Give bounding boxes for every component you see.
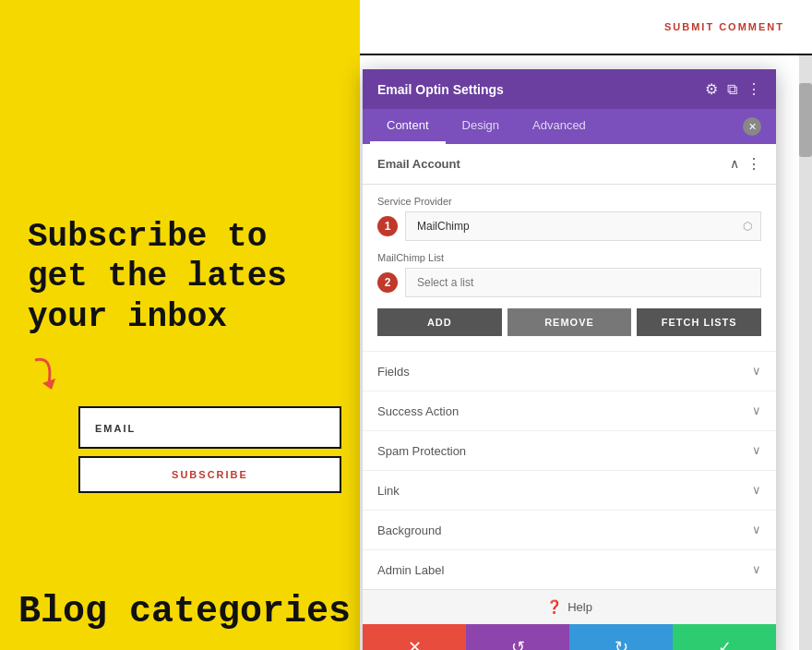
- undo-icon: ↺: [511, 637, 525, 650]
- tab-close-area: ✕: [743, 109, 769, 144]
- background-section[interactable]: Background ∨: [363, 510, 776, 549]
- fetch-lists-button[interactable]: FETCH LISTS: [637, 308, 761, 336]
- undo-button[interactable]: ↺: [466, 624, 569, 650]
- scrollbar-track: [799, 55, 812, 650]
- section-collapse-icon[interactable]: ∧: [730, 156, 739, 172]
- success-action-label: Success Action: [377, 404, 459, 418]
- service-provider-select[interactable]: MailChimp: [405, 211, 761, 241]
- background-label: Background: [377, 524, 441, 537]
- confirm-button[interactable]: ✓: [673, 624, 776, 650]
- admin-label-label: Admin Label: [377, 563, 444, 577]
- badge-1: 1: [377, 216, 398, 236]
- fields-chevron-icon: ∨: [752, 364, 761, 379]
- more-options-icon[interactable]: ⋮: [746, 80, 761, 98]
- link-section[interactable]: Link ∨: [363, 470, 776, 510]
- subscribe-button[interactable]: SUBSCRIBE: [78, 456, 341, 493]
- scrollbar-thumb[interactable]: [799, 83, 812, 157]
- mailchimp-list-field: MailChimp List 2: [377, 252, 761, 297]
- submit-comment-button[interactable]: SUBMIT COMMENT: [664, 21, 784, 32]
- badge-2: 2: [377, 272, 398, 293]
- admin-label-section[interactable]: Admin Label ∨: [363, 549, 776, 589]
- settings-icon[interactable]: ⚙: [705, 80, 718, 98]
- redo-icon: ↻: [615, 637, 628, 650]
- modal-header: Email Optin Settings ⚙ ⧉ ⋮: [363, 69, 776, 109]
- email-optin-settings-modal: Email Optin Settings ⚙ ⧉ ⋮ Content Desig…: [363, 69, 776, 650]
- success-action-chevron-icon: ∨: [752, 403, 761, 418]
- help-text: Help: [567, 600, 592, 614]
- background-chevron-icon: ∨: [752, 523, 761, 537]
- spam-protection-chevron-icon: ∨: [752, 443, 761, 458]
- spam-protection-section[interactable]: Spam Protection ∨: [363, 430, 776, 470]
- blog-categories-section: Blog categories: [0, 572, 360, 650]
- success-action-section[interactable]: Success Action ∨: [363, 391, 776, 430]
- service-provider-label: Service Provider: [377, 196, 761, 207]
- tab-advanced[interactable]: Advanced: [516, 109, 603, 144]
- fields-section[interactable]: Fields ∨: [363, 351, 776, 391]
- modal-body: Email Account ∧ ⋮ Service Provider 1 Mai…: [363, 144, 776, 650]
- modal-title: Email Optin Settings: [377, 82, 504, 97]
- subscription-form: EMAIL SUBSCRIBE: [78, 406, 341, 493]
- remove-button[interactable]: REMOVE: [508, 308, 632, 336]
- redo-button[interactable]: ↻: [569, 624, 673, 650]
- fields-label: Fields: [377, 365, 410, 379]
- modal-close-button[interactable]: ✕: [743, 117, 761, 136]
- email-account-title: Email Account: [377, 157, 460, 171]
- subscribe-text: Subscribe toget the latesyour inbox: [28, 217, 332, 337]
- link-chevron-icon: ∨: [752, 483, 761, 498]
- mailchimp-list-input[interactable]: [405, 268, 761, 297]
- mailchimp-list-select-wrapper: 2: [377, 268, 761, 297]
- account-action-buttons: ADD REMOVE FETCH LISTS: [377, 308, 761, 336]
- tab-content[interactable]: Content: [370, 109, 446, 144]
- email-label: EMAIL: [95, 423, 136, 434]
- expand-icon[interactable]: ⧉: [727, 81, 737, 98]
- tab-design[interactable]: Design: [446, 109, 516, 144]
- section-options-icon[interactable]: ⋮: [746, 155, 761, 173]
- email-input-wrapper: EMAIL: [78, 406, 341, 449]
- service-provider-select-wrapper: 1 MailChimp ⬡: [377, 211, 761, 241]
- help-icon: ❓: [546, 599, 562, 615]
- cancel-icon: ✕: [408, 637, 422, 650]
- cancel-button[interactable]: ✕: [363, 624, 466, 650]
- spam-protection-label: Spam Protection: [377, 444, 466, 458]
- add-button[interactable]: ADD: [377, 308, 502, 336]
- red-arrow-icon: [26, 351, 90, 402]
- modal-form: Service Provider 1 MailChimp ⬡ MailChimp…: [363, 185, 776, 351]
- modal-footer: ❓ Help: [363, 589, 776, 624]
- modal-action-bar: ✕ ↺ ↻ ✓: [363, 624, 776, 650]
- modal-tabs: Content Design Advanced ✕: [363, 109, 776, 144]
- modal-header-icons: ⚙ ⧉ ⋮: [705, 80, 761, 98]
- section-header-icons: ∧ ⋮: [730, 155, 761, 173]
- confirm-icon: ✓: [718, 637, 732, 650]
- link-label: Link: [377, 484, 400, 498]
- blog-categories-text: Blog categories: [18, 591, 351, 632]
- service-provider-field: Service Provider 1 MailChimp ⬡: [377, 196, 761, 241]
- submit-comment-area: SUBMIT COMMENT: [360, 0, 812, 55]
- admin-label-chevron-icon: ∨: [752, 562, 761, 577]
- mailchimp-list-label: MailChimp List: [377, 252, 761, 263]
- email-account-section-header: Email Account ∧ ⋮: [363, 144, 776, 185]
